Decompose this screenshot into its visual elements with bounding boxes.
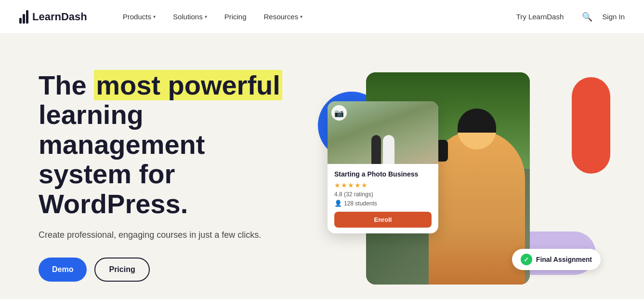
bar2	[23, 14, 25, 24]
card-rating: 4.8 (32 ratings)	[334, 191, 432, 198]
bride-silhouette	[383, 135, 394, 164]
logo[interactable]: LearnDash	[19, 10, 87, 24]
nav-right: Try LearnDash 🔍 Sign In	[508, 9, 625, 25]
bar3	[26, 10, 28, 24]
card-stars: ★★★★★	[334, 181, 432, 189]
nav-solutions[interactable]: Solutions ▾	[166, 9, 214, 25]
card-students: 👤 128 students	[334, 200, 432, 207]
pricing-button[interactable]: Pricing	[94, 258, 149, 282]
chevron-down-icon: ▾	[205, 14, 207, 19]
nav-products[interactable]: Products ▾	[116, 9, 162, 25]
card-title: Starting a Photo Business	[334, 170, 432, 178]
course-card: 📷 Starting a Photo Business ★★★★★ 4.8 (3…	[328, 101, 438, 233]
groom-silhouette	[371, 135, 381, 164]
bar1	[19, 18, 22, 24]
hero-heading: The most powerful learning management sy…	[39, 70, 289, 219]
logo-text: LearnDash	[32, 11, 87, 23]
assignment-label: Final Assignment	[536, 256, 592, 263]
red-shape	[572, 77, 610, 174]
nav-resources[interactable]: Resources ▾	[257, 9, 310, 25]
nav-links: Products ▾ Solutions ▾ Pricing Resources…	[116, 9, 508, 25]
enroll-button[interactable]: Enroll	[334, 212, 432, 228]
wedding-couple	[371, 135, 394, 164]
person-hair	[458, 109, 496, 133]
hero-highlight: most powerful	[94, 70, 282, 100]
logo-icon	[19, 10, 28, 24]
students-icon: 👤	[334, 200, 342, 207]
demo-button[interactable]: Demo	[39, 258, 87, 282]
navbar: LearnDash Products ▾ Solutions ▾ Pricing…	[0, 0, 644, 34]
person-body	[429, 130, 525, 285]
hero-section: The most powerful learning management sy…	[0, 34, 644, 299]
hero-visual: 📷 Starting a Photo Business ★★★★★ 4.8 (3…	[289, 53, 625, 299]
card-logo-icon: 📷	[331, 105, 347, 121]
try-learndash-button[interactable]: Try LearnDash	[508, 9, 573, 25]
assignment-badge: ✓ Final Assignment	[512, 249, 601, 270]
check-icon: ✓	[521, 254, 532, 265]
person-head	[458, 111, 496, 150]
hero-subtext: Create professional, engaging courses in…	[39, 230, 289, 240]
card-body: Starting a Photo Business ★★★★★ 4.8 (32 …	[328, 164, 438, 233]
chevron-down-icon: ▾	[153, 14, 156, 19]
search-icon[interactable]: 🔍	[582, 12, 592, 22]
hero-content: The most powerful learning management sy…	[39, 70, 289, 282]
signin-button[interactable]: Sign In	[602, 13, 625, 21]
nav-pricing[interactable]: Pricing	[218, 9, 253, 25]
chevron-down-icon: ▾	[300, 14, 302, 19]
hero-buttons: Demo Pricing	[39, 258, 289, 282]
